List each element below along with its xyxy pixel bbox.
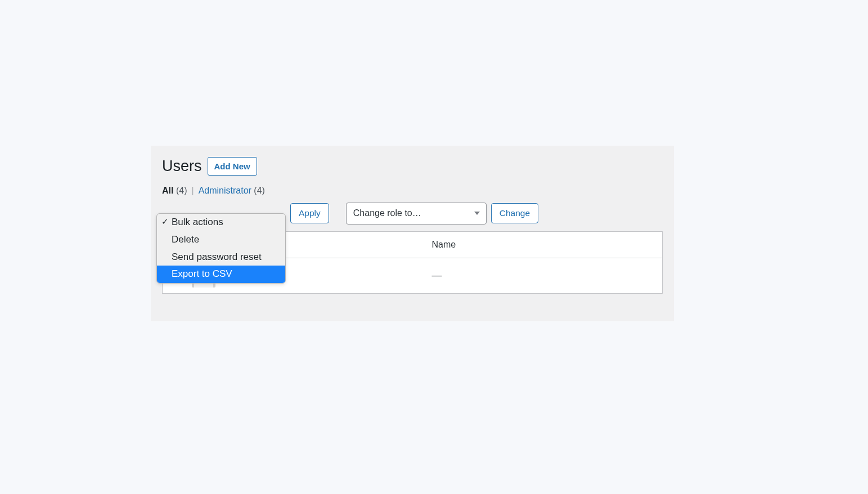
apply-button[interactable]: Apply [290, 203, 329, 223]
bulk-actions-dropdown-menu: Bulk actions Delete Send password reset … [156, 213, 286, 284]
change-button[interactable]: Change [491, 203, 538, 223]
filter-all-count: (4) [176, 186, 187, 195]
filter-admin-label: Administrator [199, 186, 251, 195]
page-header: Users Add New [162, 157, 663, 176]
dropdown-option-send-password-reset[interactable]: Send password reset [157, 249, 285, 266]
page-title: Users [162, 158, 202, 175]
filter-admin-count: (4) [254, 186, 265, 195]
role-select-wrapper: Change role to… [346, 203, 487, 224]
dropdown-option-export-csv[interactable]: Export to CSV [157, 266, 285, 283]
filter-admin-link[interactable]: Administrator (4) [199, 186, 265, 196]
dropdown-option-bulk-actions[interactable]: Bulk actions [157, 214, 285, 231]
filter-all-label: All [162, 186, 173, 195]
name-cell: — [426, 258, 663, 293]
filter-separator: | [191, 186, 194, 196]
add-new-button[interactable]: Add New [208, 157, 257, 176]
filter-all-link[interactable]: All (4) [162, 186, 187, 196]
name-value: — [432, 270, 442, 281]
column-header-name[interactable]: Name [426, 231, 663, 258]
users-admin-panel: Users Add New All (4) | Administrator (4… [151, 146, 674, 321]
dropdown-option-delete[interactable]: Delete [157, 231, 285, 249]
actions-row: Bulk actions Delete Send password reset … [162, 203, 663, 224]
change-role-select[interactable]: Change role to… [346, 203, 487, 224]
filter-links: All (4) | Administrator (4) [162, 186, 663, 196]
